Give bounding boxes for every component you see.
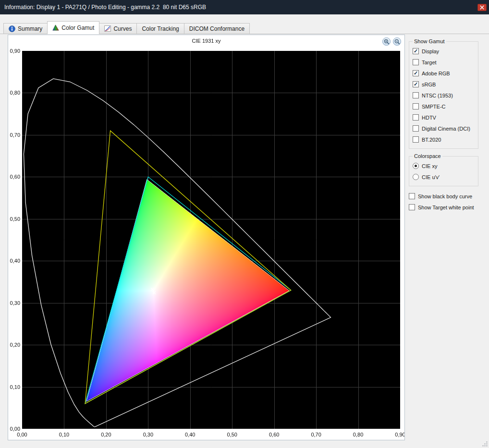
radio-button: [413, 174, 419, 180]
colorspace-radio-cie-u-v[interactable]: CIE u'v': [413, 171, 475, 182]
checkbox-label: Display: [422, 48, 439, 54]
radio-button: [413, 163, 419, 169]
checkbox-box: [413, 92, 419, 98]
tab-label: Color Tracking: [142, 25, 179, 32]
zoom-in-button[interactable]: [382, 37, 391, 46]
zoom-out-button[interactable]: [393, 37, 401, 46]
app-window: Information: Display 1 - PA271Q / Photo …: [0, 0, 489, 448]
tab-color-gamut[interactable]: Color Gamut: [47, 21, 99, 34]
checkbox-box: [413, 114, 419, 121]
content-area: CIE 1931 xy: [0, 34, 489, 440]
chart-title: CIE 1931 xy: [8, 38, 404, 44]
checkbox-box: [409, 204, 415, 210]
option-checkbox-show-black-body-curve[interactable]: Show black body curve: [409, 191, 478, 202]
checkbox-box: ✓: [413, 81, 419, 87]
option-checkbox-show-target-white-point[interactable]: Show Target white point: [409, 202, 478, 213]
gamut-checkbox-display[interactable]: ✓Display: [413, 46, 475, 57]
checkbox-box: [409, 193, 415, 199]
checkbox-label: Show black body curve: [418, 194, 472, 199]
zoom-out-icon: [394, 39, 400, 45]
tab-label: Curves: [113, 25, 132, 32]
checkbox-box: ✓: [413, 70, 419, 76]
gamut-checkbox-srgb[interactable]: ✓sRGB: [413, 79, 475, 90]
info-icon: [9, 25, 15, 32]
checkbox-box: [413, 59, 419, 65]
tab-bar: Summary Color Gamut Curves Color Tr: [0, 23, 489, 34]
checkbox-label: Adobe RGB: [422, 71, 450, 76]
chart-panel: CIE 1931 xy: [8, 35, 405, 440]
gamut-checkbox-smpte-c[interactable]: SMPTE-C: [413, 101, 475, 112]
zoom-in-icon: [384, 39, 390, 45]
tab-dicom-conformance[interactable]: DICOM Conformance: [184, 23, 250, 34]
zoom-controls: [382, 37, 401, 46]
show-gamut-title: Show Gamut: [413, 38, 446, 44]
checkbox-box: [413, 103, 419, 109]
checkbox-box: [413, 136, 419, 143]
curves-icon: [104, 25, 111, 32]
gamut-checkbox-ntsc-1953[interactable]: NTSC (1953): [413, 90, 475, 101]
window-title: Information: Display 1 - PA271Q / Photo …: [4, 4, 206, 11]
show-gamut-group: Show Gamut ✓DisplayTarget✓Adobe RGB✓sRGB…: [409, 38, 478, 149]
gamut-checkbox-hdtv[interactable]: HDTV: [413, 112, 475, 123]
resize-grip[interactable]: [482, 441, 488, 447]
close-button[interactable]: [477, 4, 487, 11]
tab-label: Color Gamut: [61, 24, 94, 31]
gamut-icon: [52, 24, 59, 31]
gamut-checkbox-bt-2020[interactable]: BT.2020: [413, 134, 475, 145]
tab-curves[interactable]: Curves: [99, 23, 137, 34]
tab-color-tracking[interactable]: Color Tracking: [136, 23, 184, 34]
close-icon: [480, 5, 484, 10]
colorspace-title: Colorspace: [413, 153, 442, 159]
chromaticity-canvas[interactable]: [8, 35, 404, 440]
tab-label: Summary: [18, 25, 42, 32]
colorspace-group: Colorspace CIE xyCIE u'v': [409, 153, 478, 186]
gamut-checkbox-adobe-rgb[interactable]: ✓Adobe RGB: [413, 68, 475, 79]
tab-summary[interactable]: Summary: [3, 23, 48, 34]
gamut-checkbox-list: ✓DisplayTarget✓Adobe RGB✓sRGBNTSC (1953)…: [413, 46, 475, 145]
colorspace-radio-list: CIE xyCIE u'v': [413, 160, 475, 182]
radio-label: CIE u'v': [422, 174, 440, 180]
checkbox-box: [413, 125, 419, 132]
checkbox-label: SMPTE-C: [422, 104, 446, 109]
checkbox-label: BT.2020: [422, 137, 441, 143]
checkbox-label: NTSC (1953): [422, 93, 453, 98]
colorspace-radio-cie-xy[interactable]: CIE xy: [413, 160, 475, 171]
gamut-checkbox-digital-cinema-dci[interactable]: Digital Cinema (DCI): [413, 123, 475, 134]
gamut-checkbox-target[interactable]: Target: [413, 57, 475, 68]
radio-label: CIE xy: [422, 163, 437, 169]
extra-options-list: Show black body curveShow Target white p…: [409, 191, 478, 213]
checkbox-label: sRGB: [422, 82, 436, 87]
checkbox-label: Digital Cinema (DCI): [422, 126, 470, 132]
checkbox-box: ✓: [413, 48, 419, 54]
titlebar[interactable]: Information: Display 1 - PA271Q / Photo …: [0, 0, 489, 14]
sidebar: Show Gamut ✓DisplayTarget✓Adobe RGB✓sRGB…: [409, 35, 485, 213]
checkbox-label: HDTV: [422, 115, 436, 121]
tab-label: DICOM Conformance: [189, 25, 244, 32]
checkbox-label: Show Target white point: [418, 205, 474, 210]
checkbox-label: Target: [422, 60, 437, 65]
